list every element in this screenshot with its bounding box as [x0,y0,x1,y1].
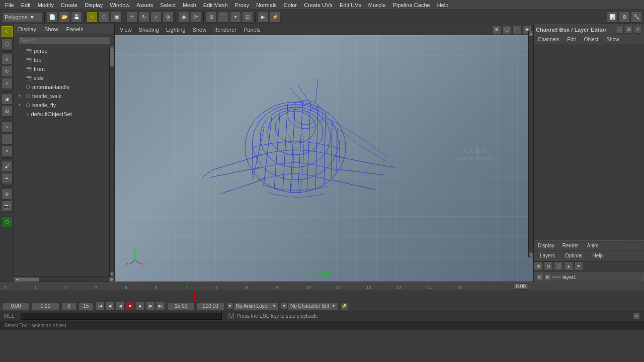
rp-btn1[interactable]: ↕ [616,26,624,34]
layer-move-down-btn[interactable]: ▼ [574,261,583,270]
tb-snap-curve[interactable]: ⌒ [218,12,229,23]
menu-color[interactable]: Color [281,1,300,9]
menu-assets[interactable]: Assets [133,1,156,9]
pb-prev-frame[interactable]: ◀ [116,302,125,311]
mode-dropdown[interactable]: Polygons ▼ [2,12,42,22]
hscroll-thumb[interactable] [19,278,39,282]
char-set-arrow-btn[interactable]: ▼ [281,303,288,310]
char-set-selector[interactable]: No Character Set ▼ [288,302,338,310]
menu-modify[interactable]: Modify [35,1,57,9]
scroll-down-arrow[interactable]: ▼ [110,272,114,277]
tb-move[interactable]: ✛ [126,12,137,23]
outliner-item-beatle-fly[interactable]: + ⬡ beatle_fly [14,101,109,110]
status-help-btn[interactable]: ⊞ [633,313,640,320]
tb-rotate[interactable]: ↻ [138,12,149,23]
rp-scroll-down[interactable]: ▼ [529,252,533,257]
mel-input[interactable] [21,313,222,320]
autokey-btn[interactable]: 🔑 [340,302,348,310]
rp-close-btn[interactable]: ✕ [634,26,642,34]
outliner-item-beatle-walk[interactable]: + ⬡ beatle_walk [14,92,109,101]
tb-lasso[interactable]: ⬡ [99,12,110,23]
camera-btn[interactable]: 📷 [2,201,13,212]
move-btn[interactable]: ✛ [2,54,13,65]
vp-textured-btn[interactable]: ⬚ [512,25,521,34]
start-time-field[interactable]: 0.00 [2,302,30,310]
tab-show[interactable]: Show [602,35,623,44]
menu-proxy[interactable]: Proxy [232,1,252,9]
outliner-display-menu[interactable]: Display [16,25,38,33]
show-manip-btn[interactable]: ⊕ [2,189,13,200]
tb-render[interactable]: ▶ [258,12,269,23]
pb-next-key[interactable]: |▶ [146,302,155,311]
frame-input[interactable] [61,302,76,310]
outliner-search-input[interactable] [18,36,110,44]
menu-pipeline-cache[interactable]: Pipeline Cache [390,1,433,9]
scroll-up-arrow[interactable]: ▲ [110,46,114,51]
menu-edit-uvs[interactable]: Edit UVs [337,1,364,9]
sculpt-btn[interactable]: ✒ [2,173,13,184]
options-menu[interactable]: Options [561,251,586,260]
right-panel-vscroll[interactable]: ▲ ▼ [528,31,533,257]
hscroll-left[interactable]: ◀ [14,277,19,282]
outliner-item-top[interactable]: 📷 top [14,55,109,64]
select-tool-btn[interactable]: ↖ [2,26,13,37]
pb-prev-key[interactable]: ◀| [106,302,115,311]
current-time-field[interactable]: 0.00 [32,302,59,310]
layer1-render[interactable]: R [544,274,550,280]
vp-wireframe-btn[interactable]: ⊞ [492,25,501,34]
anim-layer-selector[interactable]: No Anim Layer ▼ [233,302,279,310]
lattice-btn[interactable]: ⊞ [2,106,13,117]
tb-channel-box[interactable]: 📊 [607,12,618,23]
viewport-menu-shading[interactable]: Shading [136,26,162,34]
tab-channels[interactable]: Channels [534,35,563,44]
menu-create-uvs[interactable]: Create UVs [301,1,336,9]
timeline-ruler[interactable]: 0 1 2 3 4 5 6 7 8 9 10 11 12 13 14 15 0.… [0,282,644,291]
pb-stop[interactable]: ■ [126,302,135,311]
tb-select[interactable]: ↖ [87,12,98,23]
layer-select-btn[interactable]: ⬡ [554,261,563,270]
menu-edit[interactable]: Edit [18,1,34,9]
vp-smooth-btn[interactable]: ◯ [502,25,511,34]
pb-go-end[interactable]: ▶| [156,302,165,311]
viewport-menu-show[interactable]: Show [190,26,210,34]
tb-ipr[interactable]: ⚡ [270,12,281,23]
outliner-vscroll[interactable]: ▲ ▼ [109,46,114,277]
layers-menu[interactable]: Layers [536,251,559,260]
tab-anim[interactable]: Anim [583,241,603,250]
menu-window[interactable]: Window [107,1,132,9]
menu-edit-mesh[interactable]: Edit Mesh [200,1,231,9]
timeline-track[interactable] [0,291,644,301]
curve-cv-btn[interactable]: ∿ [2,121,13,132]
layer-new-btn[interactable]: ⊞ [534,261,543,270]
tb-soft-sel[interactable]: ◉ [178,12,189,23]
scale-btn[interactable]: ⤢ [2,78,13,89]
paint-btn[interactable]: 🖌 [2,161,13,172]
viewport-menu-renderer[interactable]: Renderer [210,26,239,34]
menu-mesh[interactable]: Mesh [180,1,199,9]
menu-display[interactable]: Display [82,1,106,9]
outliner-show-menu[interactable]: Show [42,25,60,33]
outliner-panels-menu[interactable]: Panels [64,25,86,33]
outliner-item-antennahandle[interactable]: ⬡ antennaHandle [14,82,109,92]
menu-muscle[interactable]: Muscle [365,1,389,9]
viewport-canvas[interactable]: 人人素材 www.m-sc.com persp Y X Z [115,35,533,282]
help-menu[interactable]: Help [588,251,607,260]
tab-render[interactable]: Render [558,241,583,250]
layer1-visible[interactable]: V [536,274,542,280]
tb-save[interactable]: 💾 [71,12,82,23]
viewport-menu-lighting[interactable]: Lighting [163,26,189,34]
menu-select[interactable]: Select [157,1,179,9]
tb-new[interactable]: 📄 [47,12,58,23]
anim-layer-arrow-btn[interactable]: ▼ [226,303,233,310]
rp-btn2[interactable]: ⊟ [625,26,633,34]
rotate-btn[interactable]: ↻ [2,66,13,77]
bezier-btn[interactable]: ⋄ [2,145,13,156]
outliner-item-side[interactable]: 📷 side [14,73,109,82]
layer-delete-btn[interactable]: ⊟ [544,261,553,270]
outliner-item-default-object-set[interactable]: ○ defaultObjectSet [14,110,109,119]
pb-go-start[interactable]: |◀ [96,302,105,311]
paint-select-btn[interactable]: ⬡ [2,38,13,49]
tab-object[interactable]: Object [580,35,603,44]
outliner-item-front[interactable]: 📷 front [14,64,109,73]
tb-open[interactable]: 📂 [59,12,70,23]
